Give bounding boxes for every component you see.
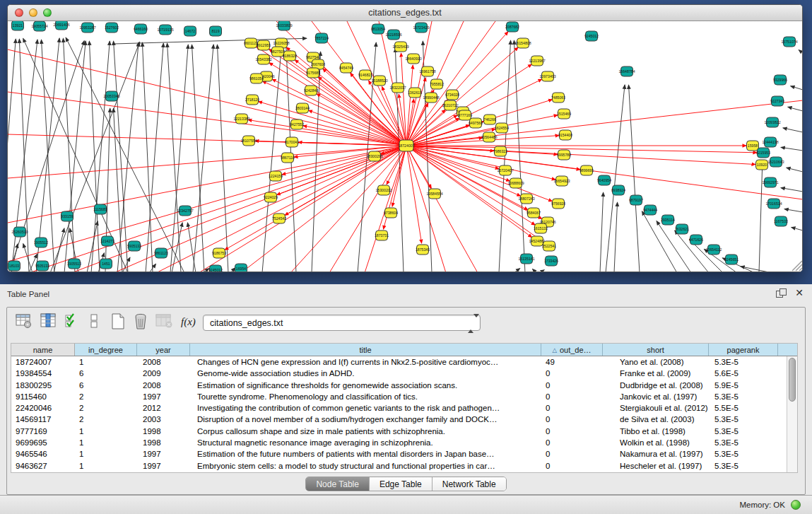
graph-node[interactable]: 8215953 (756, 148, 770, 158)
table-settings-icon[interactable] (16, 313, 33, 329)
graph-node[interactable]: 9175685 (306, 68, 320, 78)
graph-node[interactable]: 2718120 (245, 95, 259, 105)
graph-node[interactable]: 9245651 (724, 255, 739, 264)
graph-node[interactable]: 12213389 (233, 114, 249, 124)
table-row[interactable]: 911546021997Tourette syndrome. Phenomeno… (11, 391, 797, 402)
graph-node[interactable]: 8170041 (285, 137, 299, 147)
table-row[interactable]: 2242004622012Investigating the contribut… (11, 402, 797, 414)
tab-network-table[interactable]: Network Table (433, 477, 506, 491)
tab-node-table[interactable]: Node Table (306, 477, 370, 491)
table-row[interactable]: 1456911722003Disruption of a novel membe… (11, 414, 797, 425)
graph-node[interactable]: 1733426 (544, 256, 558, 266)
graph-node[interactable]: 10953287 (79, 23, 95, 33)
graph-node[interactable]: 13921 (12, 21, 24, 30)
graph-node[interactable]: 6466160 (134, 24, 148, 34)
graph-node[interactable]: 1873731 (375, 230, 389, 240)
graph-node[interactable]: 7955812 (430, 79, 444, 89)
graph-node[interactable]: 9474444 (643, 205, 657, 215)
graph-node[interactable]: 9738604 (384, 208, 398, 218)
table-row[interactable]: 1938455462009Genome-wide association stu… (11, 368, 797, 379)
delete-table-icon[interactable] (133, 313, 150, 330)
graph-node[interactable]: 16543382 (255, 54, 271, 64)
row-height-icon[interactable] (90, 313, 100, 329)
graph-node[interactable]: 6879197 (629, 195, 643, 205)
graph-node[interactable]: 18724007 (398, 140, 414, 151)
graph-node[interactable]: 8427552 (290, 119, 304, 129)
graph-node[interactable]: 8938924 (611, 185, 625, 195)
table-row[interactable]: 977716911998Corpus callosum shape and si… (11, 426, 797, 437)
graph-node[interactable]: 16210643 (767, 157, 784, 167)
graph-node[interactable]: 12444138 (762, 137, 778, 147)
graph-node[interactable]: 6471626 (689, 235, 703, 245)
column-header-year[interactable]: year (137, 344, 190, 356)
graph-node[interactable]: 18640910 (405, 54, 421, 64)
graph-node[interactable]: 8912955 (257, 40, 271, 50)
graph-node[interactable]: 15751074 (781, 37, 797, 47)
graph-node[interactable]: 18107554 (240, 136, 257, 146)
citation-network-graph[interactable]: 8601123891295519226058982750381863281654… (8, 21, 803, 272)
graph-node[interactable]: 2087682 (505, 22, 519, 32)
column-header-short[interactable]: short (603, 344, 709, 356)
graph-node[interactable]: 14672 (184, 26, 196, 36)
graph-node[interactable]: 7986322 (493, 146, 507, 156)
graph-node[interactable]: 18103 (8, 261, 20, 271)
graph-node[interactable]: 5905132 (127, 241, 141, 251)
table-row[interactable]: 1830029562008Estimation of significance … (11, 380, 797, 391)
graph-node[interactable]: 9186753 (212, 248, 226, 258)
table-row[interactable]: 1872400712008Changes of HCN gene express… (11, 356, 797, 368)
graph-node[interactable]: 10920 (756, 160, 768, 170)
graph-node[interactable]: 1875345 (416, 245, 430, 255)
function-builder-icon[interactable]: f(x) (181, 316, 196, 328)
graph-node[interactable]: 9867110 (281, 153, 295, 163)
graph-node[interactable]: 19584554 (426, 189, 442, 199)
graph-node[interactable]: 20053346 (103, 91, 119, 101)
graph-node[interactable]: 2522541 (542, 241, 556, 251)
graph-node[interactable]: 16954 (235, 264, 247, 272)
graph-node[interactable]: 746266 (483, 115, 495, 124)
graph-node[interactable]: 9245012 (584, 31, 599, 41)
close-panel-icon[interactable]: ✕ (795, 288, 804, 298)
graph-node[interactable]: 15300202 (375, 185, 392, 195)
table-scrollbar[interactable] (787, 356, 797, 472)
graph-node[interactable]: 9505132 (35, 261, 49, 271)
graph-node[interactable]: 19218596 (385, 30, 401, 40)
graph-node[interactable]: 16154808 (514, 38, 531, 48)
create-table-icon[interactable] (110, 313, 126, 330)
graph-node[interactable]: 1167533 (774, 216, 788, 226)
graph-node[interactable]: 7857224 (314, 33, 329, 43)
graph-node[interactable]: 10719135 (157, 25, 173, 35)
graph-node[interactable]: 12342757 (177, 206, 193, 216)
table-row[interactable]: 946362711997Embryonic stem cells: a mode… (11, 460, 797, 472)
graph-node[interactable]: 17016514 (765, 199, 782, 209)
graph-node[interactable]: 15720407 (497, 165, 513, 175)
graph-node[interactable]: 16648784 (618, 66, 635, 76)
graph-node[interactable]: 19055724 (31, 21, 47, 31)
destroy-table-icon[interactable] (155, 313, 174, 329)
table-row[interactable]: 969969511998Structural magnetic resonanc… (11, 437, 797, 448)
graph-node[interactable]: 9777169 (458, 110, 472, 120)
column-header-title[interactable]: title (190, 344, 541, 356)
graph-node[interactable]: 18807243 (518, 194, 534, 204)
graph-node[interactable]: 2935114 (661, 215, 675, 225)
float-panel-icon[interactable] (776, 288, 785, 298)
graph-node[interactable]: 7524542 (272, 214, 286, 223)
graph-node[interactable]: 16033809 (276, 21, 292, 30)
graph-node[interactable]: 8813054 (371, 24, 385, 34)
graph-node[interactable]: 9584067 (526, 208, 541, 218)
graph-node[interactable]: 1624554 (495, 123, 509, 133)
graph-node[interactable]: 16961758 (419, 66, 435, 76)
graph-node[interactable]: 9899695 (579, 165, 594, 175)
graph-node[interactable]: 9756928 (551, 199, 565, 209)
select-mode-icon[interactable] (65, 313, 81, 329)
graph-node[interactable]: 15188520 (371, 76, 387, 86)
column-header-pagerank[interactable]: pagerank (709, 344, 778, 356)
graph-node[interactable]: 9227343 (770, 96, 784, 106)
graph-node[interactable]: 10688609 (507, 178, 524, 188)
graph-node[interactable]: 6995788 (557, 150, 571, 160)
resize-grip[interactable] (792, 261, 802, 271)
graph-node[interactable]: 6734028 (445, 90, 459, 100)
graph-node[interactable]: 933159 (61, 211, 73, 221)
graph-node[interactable]: 9861054 (249, 74, 264, 83)
graph-node[interactable]: 9154408 (558, 130, 572, 140)
graph-node[interactable]: 15692971 (762, 177, 778, 187)
